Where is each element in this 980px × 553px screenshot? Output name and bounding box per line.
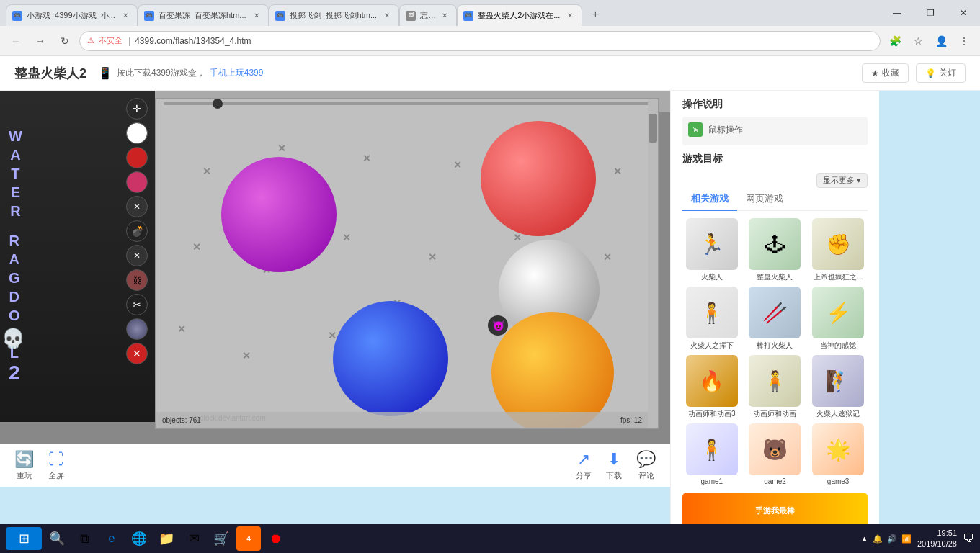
show-more-button[interactable]: 显示更多 ▾ — [816, 173, 868, 188]
mobile-play-link[interactable]: 手机上玩4399 — [210, 67, 264, 79]
canvas-scrollbar[interactable] — [648, 99, 658, 428]
game-card-2[interactable]: ✊ 上帝也疯狂之... — [808, 218, 868, 282]
extensions-icon[interactable]: 🧩 — [885, 31, 905, 51]
tool-move[interactable]: ✛ — [126, 98, 148, 120]
tool-x2[interactable]: ✕ — [126, 245, 148, 266]
action-group-left: 🔄 重玩 ⛶ 全屏 — [14, 450, 64, 481]
tab-related-games[interactable]: 相关游戏 — [682, 188, 737, 211]
tab-4-close[interactable]: ✕ — [439, 10, 450, 22]
taskbar-explorer[interactable]: 📁 — [154, 526, 179, 551]
letter-r: R — [10, 202, 20, 220]
tab-4-title: 忘... — [420, 10, 435, 21]
game-card-label-2: 上帝也疯狂之... — [814, 272, 863, 282]
game-canvas[interactable]: ✕ ✕ ✕ ✕ ✕ ✕ ✕ ✕ ✕ ✕ ✕ ✕ ✕ — [155, 98, 659, 429]
game-card-10[interactable]: 🐻 game2 — [746, 423, 805, 485]
refresh-button[interactable]: ↻ — [55, 31, 75, 51]
game-card-7[interactable]: 🧍 动画师和动画 — [746, 355, 805, 419]
new-tab-button[interactable]: + — [585, 4, 605, 24]
download-button[interactable]: ⬇ 下载 — [606, 450, 622, 481]
back-button[interactable]: ← — [6, 31, 26, 51]
start-button[interactable]: ⊞ — [6, 527, 42, 550]
browser-window: 🎮 小游戏_4399小游戏_小... ✕ 🎮 百变果冻_百变果冻htm... ✕… — [0, 0, 980, 524]
tab-3[interactable]: 🎮 投掷飞剑_投掷飞剑htm... ✕ — [269, 4, 400, 26]
tray-wifi[interactable]: 📶 — [901, 534, 912, 544]
taskbar-edge[interactable]: e — [99, 526, 124, 551]
tab-3-close[interactable]: ✕ — [381, 10, 393, 22]
game-card-8[interactable]: 🧗 火柴人逃狱记 — [808, 355, 868, 419]
ball-purple[interactable] — [221, 157, 337, 272]
game-title-vertical: W A T E R — [9, 127, 22, 220]
game-card-label-5: 当神的感觉 — [820, 341, 856, 351]
cross-2: ✕ — [277, 143, 286, 154]
taskbar-store[interactable]: 🛒 — [209, 526, 233, 551]
tool-chain[interactable]: ⛓ — [126, 269, 148, 291]
tab-5[interactable]: 🎮 整蛊火柴人2小游戏在... ✕ — [457, 4, 582, 26]
profile-icon[interactable]: 👤 — [931, 31, 951, 51]
tray-volume[interactable]: 🔊 — [887, 534, 897, 544]
tab-2-close[interactable]: ✕ — [251, 10, 262, 22]
game-card-5[interactable]: ⚡ 当神的感觉 — [808, 287, 868, 351]
menu-icon[interactable]: ⋮ — [954, 31, 974, 51]
taskbar-4399[interactable]: 4 — [236, 526, 261, 551]
tool-texture[interactable] — [126, 318, 148, 340]
tool-pink-ball[interactable] — [126, 171, 148, 193]
letter-g: G — [9, 269, 20, 287]
tray-network[interactable]: 🔔 — [873, 534, 883, 544]
tab-4[interactable]: 🖼 忘... ✕ — [399, 4, 457, 26]
url-separator: | — [128, 36, 130, 46]
tool-bomb[interactable]: 💣 — [126, 220, 148, 242]
light-button[interactable]: 💡 关灯 — [916, 63, 966, 83]
game-card-0[interactable]: 🏃 火柴人 — [682, 218, 741, 282]
tool-scissors[interactable]: ✂ — [126, 294, 148, 315]
fullscreen-button[interactable]: ⛶ 全屏 — [48, 450, 64, 481]
minimize-button[interactable]: — — [881, 0, 914, 26]
game-card-3[interactable]: 🧍 火柴人之挥下 — [682, 287, 741, 351]
letter-e: E — [11, 183, 20, 202]
game-card-11[interactable]: 🌟 game3 — [808, 423, 868, 485]
tray-arrow[interactable]: ▲ — [860, 534, 868, 543]
tool-x[interactable]: ✕ — [126, 196, 148, 217]
tab-1-close[interactable]: ✕ — [120, 10, 131, 22]
game-card-9[interactable]: 🧍 game1 — [682, 423, 741, 485]
canvas-slider[interactable] — [164, 99, 651, 108]
notification-icon[interactable]: 🗨 — [963, 532, 974, 545]
close-button[interactable]: ✕ — [947, 0, 980, 26]
tab-1-title: 小游戏_4399小游戏_小... — [27, 10, 115, 21]
tab-1[interactable]: 🎮 小游戏_4399小游戏_小... ✕ — [6, 4, 138, 26]
ball-blue[interactable] — [333, 301, 448, 416]
tab-5-close[interactable]: ✕ — [564, 10, 576, 22]
taskbar-record[interactable]: ⏺ — [264, 526, 288, 551]
tool-white-ball[interactable] — [126, 122, 148, 144]
game-card-img-4: 🥢 — [749, 287, 801, 338]
bookmark-icon[interactable]: ☆ — [908, 31, 928, 51]
taskbar-task-view[interactable]: ⧉ — [72, 526, 97, 551]
game-title: 整蛊火柴人2 — [14, 65, 86, 82]
forward-button[interactable]: → — [30, 31, 50, 51]
comment-button[interactable]: 💬 评论 — [636, 450, 656, 481]
star-icon: ★ — [871, 68, 879, 78]
taskbar-clock[interactable]: 19:51 2019/10/28 — [917, 528, 957, 550]
taskbar-mail[interactable]: ✉ — [182, 526, 206, 551]
tool-red-ball[interactable] — [126, 147, 148, 168]
taskbar-search[interactable]: 🔍 — [45, 526, 69, 551]
mobile-icon: 📱 — [98, 66, 112, 80]
collect-button[interactable]: ★ 收藏 — [862, 63, 909, 83]
game-card-6[interactable]: 🔥 动画师和动画3 — [682, 355, 741, 419]
url-bar[interactable]: ⚠ 不安全 | 4399.com/flash/134354_4.htm — [79, 31, 881, 51]
ball-red[interactable] — [481, 121, 596, 236]
share-button[interactable]: ↗ 分享 — [576, 450, 592, 481]
tab-bar: 🎮 小游戏_4399小游戏_小... ✕ 🎮 百变果冻_百变果冻htm... ✕… — [0, 0, 980, 26]
tool-delete[interactable]: ✕ — [126, 343, 148, 364]
replay-button[interactable]: 🔄 重玩 — [14, 450, 34, 481]
game-card-1[interactable]: 🕹 整蛊火柴人 — [746, 218, 805, 282]
taskbar-chrome[interactable]: 🌐 — [127, 526, 151, 551]
maximize-button[interactable]: ❐ — [914, 0, 947, 26]
game-card-4[interactable]: 🥢 棒打火柴人 — [746, 287, 805, 351]
cross-10: ✕ — [428, 251, 437, 263]
tab-5-title: 整蛊火柴人2小游戏在... — [478, 10, 560, 21]
tab-web-games[interactable]: 网页游戏 — [737, 188, 792, 211]
tab-2[interactable]: 🎮 百变果冻_百变果冻htm... ✕ — [138, 4, 269, 26]
clock-date: 2019/10/28 — [917, 539, 957, 549]
slider-handle[interactable] — [213, 99, 223, 109]
game-card-img-11: 🌟 — [812, 423, 864, 475]
